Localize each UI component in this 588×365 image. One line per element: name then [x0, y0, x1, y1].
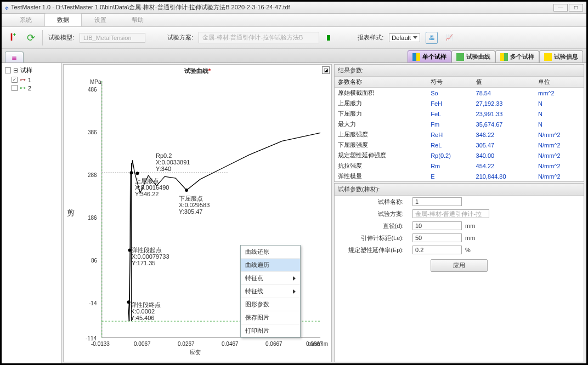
specimen-header: 试样参数(棒材):	[335, 184, 584, 196]
svg-point-6	[135, 172, 139, 175]
menu-settings[interactable]: 设置	[82, 13, 119, 26]
table-row[interactable]: 规定塑性延伸强度Rp(0.2)340.00N/mm^2	[335, 150, 584, 161]
menu-data[interactable]: 数据	[44, 13, 82, 26]
report-value: Default	[392, 35, 411, 41]
window-title: TestMaster 1.0 - D:\TestMaster 1.0\bin\D…	[11, 3, 290, 12]
checkbox[interactable]: ✓	[12, 77, 18, 83]
context-menu: 曲线还原 曲线遍历 特征点 特征线 图形参数 保存图片 打印图片	[240, 245, 301, 338]
svg-point-5	[130, 171, 133, 174]
name-label: 试样名称:	[338, 198, 409, 206]
results-table: 参数名称 符号 值 单位 原始横截面积So78.54mm^2上屈服力FeH27,…	[335, 77, 584, 181]
ctx-feature-line[interactable]: 特征线	[241, 285, 300, 298]
tab-test-info[interactable]: 试验信息	[539, 50, 583, 62]
chart[interactable]: ◪ 试验曲线* 剪	[63, 64, 332, 362]
model-label: 试验模型:	[48, 33, 74, 42]
table-row[interactable]: 下屈服强度ReL305.47N/mm^2	[335, 140, 584, 150]
swatch-icon	[544, 53, 552, 61]
table-row[interactable]: 原始横截面积So78.54mm^2	[335, 88, 584, 99]
model-field: LIB_MetalTension	[80, 33, 145, 43]
svg-point-8	[128, 249, 132, 252]
report-select[interactable]: Default	[389, 33, 420, 42]
sample-item-1[interactable]: ✓ ⊶ 1	[4, 76, 59, 84]
ctx-traverse[interactable]: 曲线遍历	[241, 259, 300, 272]
chevron-right-icon	[293, 276, 296, 281]
table-row[interactable]: 上屈服强度ReH346.22N/mm^2	[335, 129, 584, 140]
refresh-icon[interactable]: ⟳	[25, 32, 37, 44]
le-input[interactable]	[412, 233, 462, 242]
chevron-down-icon	[413, 36, 417, 39]
flag-icon	[327, 35, 330, 41]
plan-label: 试验方案:	[338, 210, 409, 218]
table-row[interactable]: 下屈服力FeL23,991.33N	[335, 109, 584, 119]
tabbar: ≣ 单个试样 试验曲线 多个试样 试验信息	[2, 49, 586, 63]
ctx-restore[interactable]: 曲线还原	[241, 246, 300, 259]
specimen-panel: 试样参数(棒材): 试样名称: 试验方案: 直径(d): mm 引伸计标距(Le…	[334, 183, 584, 362]
table-row[interactable]: 最大力Fm35,674.67N	[335, 119, 584, 129]
ep-label: 规定塑性延伸率(Ep):	[338, 246, 409, 254]
dia-label: 直径(d):	[338, 222, 409, 230]
dia-input[interactable]	[412, 221, 462, 230]
name-input[interactable]	[412, 197, 462, 206]
chart-icon[interactable]: 📈	[443, 32, 455, 44]
maximize-button[interactable]: □	[569, 4, 583, 12]
menu-help[interactable]: 帮助	[119, 13, 156, 26]
ep-input[interactable]	[412, 246, 462, 254]
sample-tree: ⊟ 试样 ✓ ⊶ 1 ⊷ 2	[2, 63, 62, 363]
toolbar: I+ ⟳ 试验模型: LIB_MetalTension 试验方案: 金属-棒材-…	[2, 27, 586, 49]
svg-point-7	[185, 189, 188, 192]
swatch-icon	[412, 53, 420, 61]
plan-field: 金属-棒材-普通引伸计-拉伸试验方法B	[199, 32, 319, 43]
results-panel: 结果参数: 参数名称 符号 值 单位 原始横截面积So78.54mm^2上屈服力…	[334, 64, 584, 182]
sample-item-2[interactable]: ⊷ 2	[4, 84, 59, 92]
tab-multi-sample[interactable]: 多个试样	[495, 50, 539, 62]
checkbox[interactable]	[12, 85, 18, 91]
table-row[interactable]: 抗拉强度Rm454.22N/mm^2	[335, 161, 584, 171]
print-icon[interactable]: 🖶	[426, 32, 438, 44]
results-header: 结果参数:	[335, 65, 584, 77]
plan-input	[412, 209, 489, 218]
table-row[interactable]: 弹性模量E210,844.80N/mm^2	[335, 171, 584, 181]
ctx-print-image[interactable]: 打印图片	[241, 324, 300, 337]
add-sample-icon[interactable]: I+	[7, 32, 19, 44]
table-row[interactable]: 上屈服力FeH27,192.33N	[335, 98, 584, 109]
ctx-save-image[interactable]: 保存图片	[241, 311, 300, 324]
tab-test-curve[interactable]: 试验曲线	[451, 50, 495, 62]
x-label: 应变	[190, 349, 201, 356]
checkbox[interactable]	[5, 67, 11, 73]
apply-button[interactable]: 应用	[431, 259, 488, 272]
report-label: 报表样式:	[358, 33, 383, 42]
swatch-icon	[456, 53, 464, 61]
le-label: 引伸计标距(Le):	[338, 234, 409, 242]
svg-point-9	[127, 300, 131, 304]
view-tab[interactable]: ≣	[5, 52, 24, 62]
minimize-button[interactable]: —	[553, 4, 568, 12]
menubar: 系统 数据 设置 帮助	[2, 14, 586, 27]
swatch-icon	[500, 53, 508, 61]
y-unit: MPa	[90, 79, 101, 85]
app-icon: ⟐	[5, 4, 9, 11]
ctx-feature-point[interactable]: 特征点	[241, 272, 300, 285]
chevron-right-icon	[293, 289, 296, 294]
plan-label: 试验方案:	[167, 33, 193, 42]
tree-header: 试样	[20, 66, 32, 75]
ctx-graph-params[interactable]: 图形参数	[241, 298, 300, 311]
tab-single-sample[interactable]: 单个试样	[408, 50, 451, 62]
titlebar: ⟐ TestMaster 1.0 - D:\TestMaster 1.0\bin…	[2, 2, 586, 14]
x-unit: mm/mm	[308, 341, 328, 347]
menu-system[interactable]: 系统	[7, 13, 44, 26]
